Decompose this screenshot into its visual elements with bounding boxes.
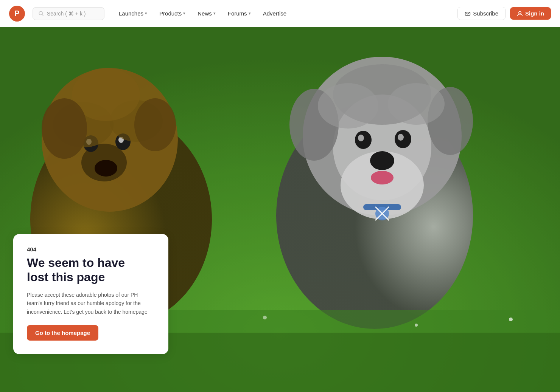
signin-button[interactable]: Sign in xyxy=(510,7,551,20)
nav-links: Launches ▾ Products ▾ News ▾ Forums ▾ Ad… xyxy=(114,7,454,20)
nav-news-label: News xyxy=(198,10,212,17)
svg-point-12 xyxy=(42,98,87,159)
navbar: P Search ( ⌘ + k ) Launches ▾ Products ▾… xyxy=(0,0,560,27)
svg-point-22 xyxy=(398,134,404,141)
nav-forums-label: Forums xyxy=(228,10,247,17)
nav-item-advertise[interactable]: Advertise xyxy=(258,7,292,20)
go-to-homepage-button[interactable]: Go to the homepage xyxy=(27,325,98,341)
signin-label: Sign in xyxy=(525,10,544,17)
svg-point-38 xyxy=(263,316,267,319)
nav-item-launches[interactable]: Launches ▾ xyxy=(114,7,152,20)
nav-launches-label: Launches xyxy=(119,10,143,17)
subscribe-label: Subscribe xyxy=(473,10,498,17)
svg-point-33 xyxy=(388,83,445,125)
user-icon xyxy=(517,11,523,17)
chevron-down-icon: ▾ xyxy=(183,11,185,16)
search-bar[interactable]: Search ( ⌘ + k ) xyxy=(33,7,104,20)
nav-products-label: Products xyxy=(159,10,182,17)
error-title: We seem to have lost this page xyxy=(27,256,155,285)
error-card: 404 We seem to have lost this page Pleas… xyxy=(13,234,168,354)
svg-point-23 xyxy=(370,151,394,170)
svg-point-44 xyxy=(519,11,521,14)
error-title-line2: lost this page xyxy=(27,270,105,284)
logo[interactable]: P xyxy=(9,6,25,22)
search-placeholder: Search ( ⌘ + k ) xyxy=(47,11,86,17)
logo-icon: P xyxy=(9,6,25,22)
nav-item-news[interactable]: News ▾ xyxy=(192,7,221,20)
svg-point-39 xyxy=(415,324,418,327)
error-description: Please accept these adorable photos of o… xyxy=(27,291,155,316)
search-icon xyxy=(38,11,44,16)
nav-advertise-label: Advertise xyxy=(263,10,287,17)
error-code: 404 xyxy=(27,246,155,253)
svg-line-42 xyxy=(42,14,43,15)
svg-point-21 xyxy=(358,135,364,141)
chevron-down-icon: ▾ xyxy=(249,11,251,16)
svg-point-14 xyxy=(95,160,117,177)
subscribe-button[interactable]: Subscribe xyxy=(457,7,506,20)
svg-point-13 xyxy=(134,98,176,151)
envelope-icon xyxy=(465,11,471,17)
homepage-button-label: Go to the homepage xyxy=(35,330,90,336)
nav-item-products[interactable]: Products ▾ xyxy=(154,7,191,20)
nav-item-forums[interactable]: Forums ▾ xyxy=(222,7,256,20)
chevron-down-icon: ▾ xyxy=(213,11,216,16)
svg-point-32 xyxy=(318,83,378,129)
nav-right: Subscribe Sign in xyxy=(457,7,551,20)
error-title-line1: We seem to have xyxy=(27,256,125,270)
svg-point-24 xyxy=(371,171,394,184)
svg-point-41 xyxy=(39,11,42,15)
svg-point-40 xyxy=(509,318,513,321)
chevron-down-icon: ▾ xyxy=(145,11,147,16)
